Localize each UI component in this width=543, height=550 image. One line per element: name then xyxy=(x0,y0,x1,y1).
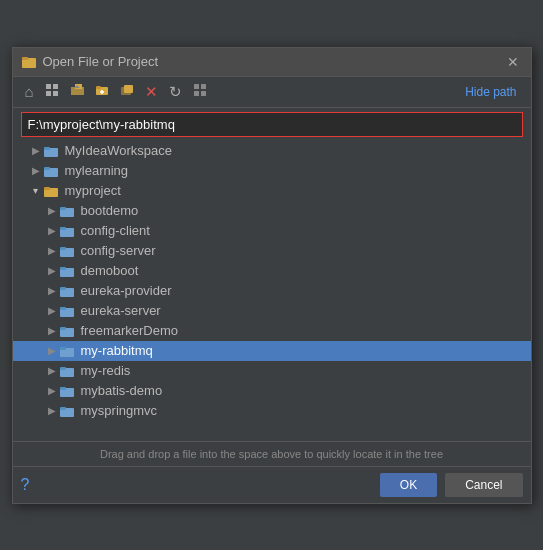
svg-rect-14 xyxy=(124,85,133,93)
tree-item[interactable]: ▶ demoboot xyxy=(13,261,531,281)
path-input-row xyxy=(13,108,531,141)
tree-item[interactable]: ▶ config-server xyxy=(13,241,531,261)
tree-item-label: config-client xyxy=(79,223,150,238)
svg-rect-42 xyxy=(60,367,66,370)
expand-arrow[interactable]: ▶ xyxy=(45,284,59,298)
expand-arrow[interactable]: ▶ xyxy=(45,344,59,358)
dialog-icon xyxy=(21,54,37,70)
folder-icon xyxy=(59,403,75,419)
folder-icon xyxy=(59,263,75,279)
expand-arrow[interactable]: ▶ xyxy=(45,384,59,398)
tree-item-label: my-redis xyxy=(79,363,131,378)
svg-rect-24 xyxy=(44,187,50,190)
svg-rect-17 xyxy=(194,91,199,96)
svg-rect-30 xyxy=(60,247,66,250)
svg-rect-32 xyxy=(60,267,66,270)
tree-item-label: config-server xyxy=(79,243,156,258)
close-button[interactable]: ✕ xyxy=(503,55,523,69)
folder-icon xyxy=(43,143,59,159)
svg-rect-2 xyxy=(46,84,51,89)
home-button[interactable]: ⌂ xyxy=(21,81,38,102)
open-file-dialog: Open File or Project ✕ ⌂ xyxy=(12,47,532,504)
dialog-title: Open File or Project xyxy=(43,54,159,69)
toolbar: ⌂ xyxy=(13,77,531,108)
folder-icon xyxy=(43,163,59,179)
svg-rect-7 xyxy=(71,87,84,95)
tree-item-label: my-rabbitmq xyxy=(79,343,153,358)
hide-path-button[interactable]: Hide path xyxy=(459,83,522,101)
folder-icon xyxy=(59,283,75,299)
svg-rect-26 xyxy=(60,207,66,210)
tree-item[interactable]: ▾ myproject xyxy=(13,181,531,201)
folder-icon xyxy=(43,183,59,199)
up-icon xyxy=(70,83,84,97)
folder-icon xyxy=(59,203,75,219)
expand-arrow[interactable]: ▶ xyxy=(29,164,43,178)
help-icon[interactable]: ? xyxy=(21,476,30,494)
footer: ? OK Cancel xyxy=(13,466,531,503)
tree-item-label: eureka-server xyxy=(79,303,161,318)
expand-arrow[interactable]: ▶ xyxy=(29,144,43,158)
svg-rect-20 xyxy=(44,147,50,150)
path-input[interactable] xyxy=(21,112,523,137)
svg-rect-16 xyxy=(201,84,206,89)
svg-rect-5 xyxy=(53,91,58,96)
expand-arrow[interactable]: ▶ xyxy=(45,304,59,318)
tree-item-label: freemarkerDemo xyxy=(79,323,179,338)
svg-rect-40 xyxy=(60,347,66,350)
svg-rect-1 xyxy=(22,57,28,60)
folder-icon xyxy=(59,223,75,239)
new-folder-button[interactable] xyxy=(91,81,113,102)
toolbar-buttons: ⌂ xyxy=(21,81,211,103)
expand-arrow[interactable]: ▶ xyxy=(45,244,59,258)
delete-button[interactable]: ✕ xyxy=(141,81,162,103)
svg-rect-10 xyxy=(96,86,101,89)
expand-arrow[interactable]: ▾ xyxy=(29,184,43,198)
tree-item[interactable]: ▶ freemarkerDemo xyxy=(13,321,531,341)
tree-item[interactable]: ▶ myspringmvc xyxy=(13,401,531,421)
tree-item[interactable]: ▶ MyIdeaWorkspace xyxy=(13,141,531,161)
svg-rect-3 xyxy=(53,84,58,89)
svg-rect-36 xyxy=(60,307,66,310)
svg-rect-38 xyxy=(60,327,66,330)
tree-item-label: eureka-provider xyxy=(79,283,172,298)
tree-item-label: myproject xyxy=(63,183,121,198)
tree-item[interactable]: ▶ eureka-provider xyxy=(13,281,531,301)
tree-item[interactable]: ▶ eureka-server xyxy=(13,301,531,321)
toggle-view-button[interactable] xyxy=(189,81,211,102)
folder-icon xyxy=(59,363,75,379)
tree-item[interactable]: ▶ mylearning xyxy=(13,161,531,181)
up-button[interactable] xyxy=(66,81,88,102)
tree-item-label: mybatis-demo xyxy=(79,383,163,398)
expand-arrow[interactable]: ▶ xyxy=(45,224,59,238)
tree-item[interactable]: ▶ my-redis xyxy=(13,361,531,381)
move-button[interactable] xyxy=(116,81,138,102)
expand-arrow[interactable]: ▶ xyxy=(45,204,59,218)
expand-arrow[interactable]: ▶ xyxy=(45,364,59,378)
ok-button[interactable]: OK xyxy=(380,473,437,497)
expand-arrow[interactable]: ▶ xyxy=(45,404,59,418)
svg-rect-44 xyxy=(60,387,66,390)
refresh-button[interactable]: ↻ xyxy=(165,81,186,103)
new-folder-icon xyxy=(95,83,109,97)
folder-icon xyxy=(59,243,75,259)
svg-rect-4 xyxy=(46,91,51,96)
footer-left: ? xyxy=(21,476,372,494)
expand-arrow[interactable]: ▶ xyxy=(45,264,59,278)
tree-item[interactable]: ▶ mybatis-demo xyxy=(13,381,531,401)
favorites-button[interactable] xyxy=(41,81,63,102)
file-tree: ▶ MyIdeaWorkspace ▶ mylearning ▾ xyxy=(13,141,531,441)
svg-rect-18 xyxy=(201,91,206,96)
title-bar-left: Open File or Project xyxy=(21,54,159,70)
tree-item[interactable]: ▶ bootdemo xyxy=(13,201,531,221)
folder-icon xyxy=(59,303,75,319)
cancel-button[interactable]: Cancel xyxy=(445,473,522,497)
svg-rect-46 xyxy=(60,407,66,410)
tree-item[interactable]: ▶ my-rabbitmq xyxy=(13,341,531,361)
tree-item[interactable]: ▶ config-client xyxy=(13,221,531,241)
tree-item-label: MyIdeaWorkspace xyxy=(63,143,172,158)
svg-rect-34 xyxy=(60,287,66,290)
favorites-icon xyxy=(45,83,59,97)
expand-arrow[interactable]: ▶ xyxy=(45,324,59,338)
drag-hint: Drag and drop a file into the space abov… xyxy=(13,441,531,466)
